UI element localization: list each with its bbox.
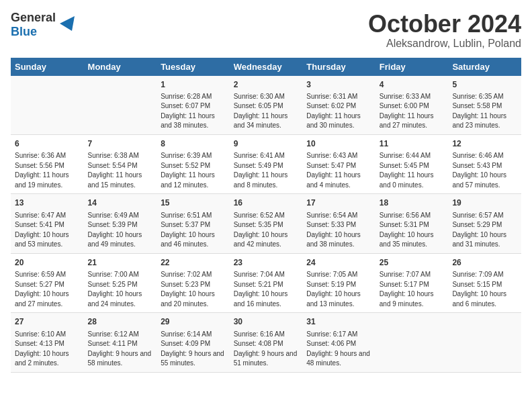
calendar-day-cell: 5Sunrise: 6:35 AMSunset: 5:58 PMDaylight… [448,76,521,135]
calendar-day-cell: 30Sunrise: 6:16 AMSunset: 4:08 PMDayligh… [230,313,303,372]
calendar-day-cell: 1Sunrise: 6:28 AMSunset: 6:07 PMDaylight… [157,76,230,135]
day-number: 30 [234,316,299,328]
calendar-day-cell: 23Sunrise: 7:04 AMSunset: 5:21 PMDayligh… [230,253,303,312]
day-info: Sunrise: 7:02 AMSunset: 5:23 PMDaylight:… [161,270,226,309]
day-info: Sunrise: 6:44 AMSunset: 5:45 PMDaylight:… [380,151,445,190]
logo-text: General Blue [11,11,56,38]
month-title: October 2024 [368,11,521,38]
calendar-week-row: 27Sunrise: 6:10 AMSunset: 4:13 PMDayligh… [11,313,521,372]
calendar-day-cell: 3Sunrise: 6:31 AMSunset: 6:02 PMDaylight… [302,76,375,135]
logo-blue: Blue [11,25,37,38]
calendar-day-cell: 17Sunrise: 6:54 AMSunset: 5:33 PMDayligh… [302,194,375,253]
calendar-day-cell: 28Sunrise: 6:12 AMSunset: 4:11 PMDayligh… [84,313,157,372]
day-number: 16 [234,197,299,209]
day-info: Sunrise: 6:49 AMSunset: 5:39 PMDaylight:… [88,211,153,250]
day-info: Sunrise: 6:16 AMSunset: 4:08 PMDaylight:… [234,330,299,369]
day-number: 17 [306,197,371,209]
calendar-day-cell: 15Sunrise: 6:51 AMSunset: 5:37 PMDayligh… [157,194,230,253]
day-info: Sunrise: 6:10 AMSunset: 4:13 PMDaylight:… [15,330,80,369]
day-info: Sunrise: 6:46 AMSunset: 5:43 PMDaylight:… [452,151,517,190]
calendar-day-cell: 12Sunrise: 6:46 AMSunset: 5:43 PMDayligh… [448,134,521,193]
day-info: Sunrise: 6:57 AMSunset: 5:29 PMDaylight:… [452,211,517,250]
day-info: Sunrise: 7:09 AMSunset: 5:15 PMDaylight:… [452,270,517,309]
logo-arrow-icon [60,16,75,31]
calendar-week-row: 13Sunrise: 6:47 AMSunset: 5:41 PMDayligh… [11,194,521,253]
calendar-day-header: Friday [375,58,449,76]
day-info: Sunrise: 6:56 AMSunset: 5:31 PMDaylight:… [380,211,445,250]
calendar-day-header: Wednesday [230,58,303,76]
day-number: 3 [306,79,371,91]
calendar-day-header: Monday [84,58,157,76]
calendar-day-cell: 19Sunrise: 6:57 AMSunset: 5:29 PMDayligh… [448,194,521,253]
day-number: 12 [452,138,517,150]
calendar-header-row: SundayMondayTuesdayWednesdayThursdayFrid… [11,58,521,76]
calendar-day-cell: 7Sunrise: 6:38 AMSunset: 5:54 PMDaylight… [84,134,157,193]
day-number: 6 [15,138,80,150]
calendar-day-cell: 29Sunrise: 6:14 AMSunset: 4:09 PMDayligh… [157,313,230,372]
calendar-day-cell: 24Sunrise: 7:05 AMSunset: 5:19 PMDayligh… [302,253,375,312]
day-number: 24 [306,257,371,269]
day-info: Sunrise: 6:31 AMSunset: 6:02 PMDaylight:… [306,92,371,131]
day-info: Sunrise: 6:54 AMSunset: 5:33 PMDaylight:… [306,211,371,250]
day-number: 4 [380,79,445,91]
day-number: 7 [88,138,153,150]
day-number: 23 [234,257,299,269]
calendar-day-cell: 14Sunrise: 6:49 AMSunset: 5:39 PMDayligh… [84,194,157,253]
day-number: 1 [161,79,226,91]
day-number: 20 [15,257,80,269]
day-info: Sunrise: 6:43 AMSunset: 5:47 PMDaylight:… [306,151,371,190]
calendar-day-cell: 6Sunrise: 6:36 AMSunset: 5:56 PMDaylight… [11,134,84,193]
day-number: 21 [88,257,153,269]
logo-general: General [11,11,56,24]
day-number: 29 [161,316,226,328]
calendar-day-cell: 16Sunrise: 6:52 AMSunset: 5:35 PMDayligh… [230,194,303,253]
calendar-week-row: 6Sunrise: 6:36 AMSunset: 5:56 PMDaylight… [11,134,521,193]
day-info: Sunrise: 6:12 AMSunset: 4:11 PMDaylight:… [88,330,153,369]
day-number: 28 [88,316,153,328]
day-info: Sunrise: 6:14 AMSunset: 4:09 PMDaylight:… [161,330,226,369]
calendar-day-cell: 13Sunrise: 6:47 AMSunset: 5:41 PMDayligh… [11,194,84,253]
calendar-day-cell [375,313,449,372]
day-number: 2 [234,79,299,91]
calendar-day-cell: 2Sunrise: 6:30 AMSunset: 6:05 PMDaylight… [230,76,303,135]
calendar-day-cell: 9Sunrise: 6:41 AMSunset: 5:49 PMDaylight… [230,134,303,193]
day-info: Sunrise: 6:52 AMSunset: 5:35 PMDaylight:… [234,211,299,250]
calendar-day-cell: 27Sunrise: 6:10 AMSunset: 4:13 PMDayligh… [11,313,84,372]
day-info: Sunrise: 6:38 AMSunset: 5:54 PMDaylight:… [88,151,153,190]
day-info: Sunrise: 6:17 AMSunset: 4:06 PMDaylight:… [306,330,371,369]
day-number: 19 [452,197,517,209]
calendar-week-row: 20Sunrise: 6:59 AMSunset: 5:27 PMDayligh… [11,253,521,312]
day-info: Sunrise: 7:07 AMSunset: 5:17 PMDaylight:… [380,270,445,309]
day-info: Sunrise: 6:59 AMSunset: 5:27 PMDaylight:… [15,270,80,309]
day-info: Sunrise: 7:00 AMSunset: 5:25 PMDaylight:… [88,270,153,309]
title-block: October 2024 Aleksandrow, Lublin, Poland [368,11,521,50]
day-number: 15 [161,197,226,209]
day-number: 10 [306,138,371,150]
day-info: Sunrise: 6:35 AMSunset: 5:58 PMDaylight:… [452,92,517,131]
day-number: 18 [380,197,445,209]
day-number: 5 [452,79,517,91]
day-info: Sunrise: 6:28 AMSunset: 6:07 PMDaylight:… [161,92,226,131]
day-number: 22 [161,257,226,269]
day-number: 26 [452,257,517,269]
day-number: 9 [234,138,299,150]
calendar-day-header: Sunday [11,58,84,76]
calendar-day-cell: 21Sunrise: 7:00 AMSunset: 5:25 PMDayligh… [84,253,157,312]
calendar-day-cell [84,76,157,135]
day-info: Sunrise: 6:30 AMSunset: 6:05 PMDaylight:… [234,92,299,131]
calendar-day-cell: 4Sunrise: 6:33 AMSunset: 6:00 PMDaylight… [375,76,449,135]
page-header: General Blue October 2024 Aleksandrow, L… [11,11,521,50]
day-info: Sunrise: 6:41 AMSunset: 5:49 PMDaylight:… [234,151,299,190]
day-number: 11 [380,138,445,150]
day-info: Sunrise: 6:51 AMSunset: 5:37 PMDaylight:… [161,211,226,250]
logo: General Blue [11,11,75,38]
day-number: 31 [306,316,371,328]
calendar-day-cell [11,76,84,135]
day-info: Sunrise: 6:39 AMSunset: 5:52 PMDaylight:… [161,151,226,190]
calendar-day-header: Tuesday [157,58,230,76]
day-info: Sunrise: 7:04 AMSunset: 5:21 PMDaylight:… [234,270,299,309]
location-title: Aleksandrow, Lublin, Poland [368,38,521,50]
calendar-day-cell: 11Sunrise: 6:44 AMSunset: 5:45 PMDayligh… [375,134,449,193]
day-info: Sunrise: 6:47 AMSunset: 5:41 PMDaylight:… [15,211,80,250]
calendar-day-cell: 26Sunrise: 7:09 AMSunset: 5:15 PMDayligh… [448,253,521,312]
